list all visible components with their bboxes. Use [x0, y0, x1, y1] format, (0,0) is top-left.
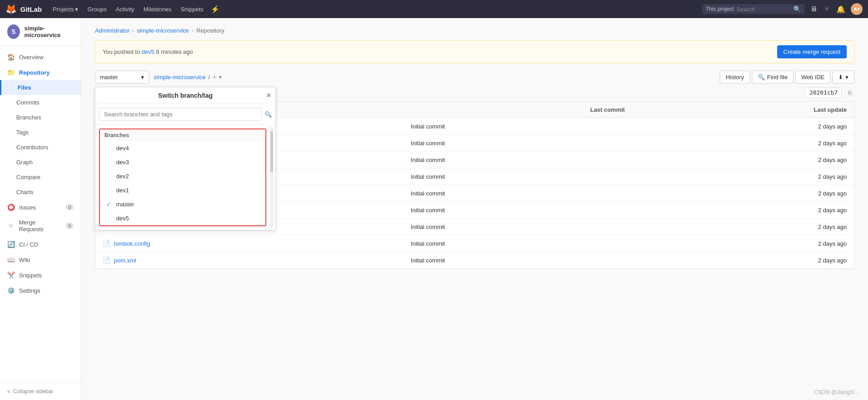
branch-scrollbar-area: Branches dev4 dev3 dev2 — [95, 125, 275, 230]
sidebar-item-issues[interactable]: ⭕ Issues 0 — [0, 200, 81, 215]
col-commit: Last commit — [403, 102, 632, 118]
sidebar-item-label: Branches — [16, 114, 41, 121]
commit-message-cell: Initial commit — [403, 135, 632, 152]
branch-list-main: Branches dev4 dev3 dev2 — [95, 125, 270, 230]
sidebar-item-compare[interactable]: Compare — [0, 170, 81, 185]
sidebar-item-wiki[interactable]: 📖 Wiki — [0, 252, 81, 267]
commit-message-cell: Initial commit — [403, 202, 632, 219]
sidebar-item-label: Issues — [19, 204, 36, 211]
sidebar-item-label: Merge Requests — [19, 219, 61, 233]
commit-message-cell: Initial commit — [403, 252, 632, 269]
avatar[interactable]: A ▾ — [851, 3, 863, 15]
sidebar-project-name[interactable]: simple-microservice — [24, 25, 74, 38]
branch-scrollbar-thumb — [270, 131, 273, 172]
commit-message-cell: Initial commit — [403, 219, 632, 235]
collapse-icon: « — [7, 388, 10, 395]
sidebar-item-charts[interactable]: Charts — [0, 185, 81, 200]
search-icon: 🔍 — [758, 74, 765, 81]
branch-item-dev3[interactable]: dev3 — [100, 155, 265, 169]
breadcrumb-project[interactable]: simple-microservice — [137, 27, 189, 34]
col-update: Last update — [632, 102, 854, 118]
branch-item-dev2[interactable]: dev2 — [100, 169, 265, 183]
check-icon: ✓ — [106, 201, 113, 208]
commit-message-cell: Initial commit — [403, 185, 632, 202]
nav-bell-icon[interactable]: 🔔 — [835, 3, 847, 15]
clone-button[interactable]: ⬇ ▾ — [832, 71, 854, 84]
chevron-down-icon-path: ▾ — [219, 74, 222, 81]
file-name: 📄 lombok.config — [103, 240, 396, 247]
ci-icon: 🔄 — [7, 241, 14, 248]
branch-search-wrap: 🔍 — [95, 104, 275, 125]
branch-item-dev5[interactable]: dev5 — [100, 211, 265, 225]
file-link[interactable]: lombok.config — [114, 240, 150, 247]
sidebar-item-label: Repository — [19, 69, 50, 76]
table-row: 📄 pom.xml Initial commit 2 days ago — [95, 252, 854, 269]
nav-groups[interactable]: Groups — [84, 4, 110, 14]
repo-toolbar: master ▾ simple-microservice / + ▾ Histo… — [95, 71, 854, 84]
nav-milestones[interactable]: Milestones — [140, 4, 175, 14]
nav-monitor-icon[interactable]: 🖥 — [808, 3, 819, 15]
sidebar-item-overview[interactable]: 🏠 Overview — [0, 49, 81, 65]
path-link[interactable]: simple-microservice — [154, 74, 206, 81]
branch-item-dev4[interactable]: dev4 — [100, 141, 265, 155]
search-scope: This project — [706, 6, 734, 12]
copy-hash-button[interactable]: ⎘ — [845, 88, 854, 98]
last-update-cell: 2 days ago — [632, 168, 854, 185]
sidebar-item-repository[interactable]: 📁 Repository — [0, 65, 81, 80]
last-update-cell: 2 days ago — [632, 202, 854, 219]
sidebar-item-graph[interactable]: Graph — [0, 155, 81, 170]
last-update-cell: 2 days ago — [632, 219, 854, 235]
sidebar-item-branches[interactable]: Branches — [0, 110, 81, 125]
add-file-btn[interactable]: + — [212, 74, 216, 81]
brand[interactable]: 🦊 GitLab — [5, 4, 42, 14]
wiki-icon: 📖 — [7, 256, 14, 263]
merge-badge: 0 — [66, 223, 74, 229]
last-update-cell: 2 days ago — [632, 118, 854, 135]
file-name-cell: 📄 lombok.config — [95, 235, 404, 252]
table-row: 📄 lombok.config Initial commit 2 days ag… — [95, 235, 854, 252]
sidebar-item-label: Overview — [19, 54, 43, 61]
breadcrumb-current: Repository — [196, 27, 224, 34]
breadcrumb-admin[interactable]: Administrator — [95, 27, 130, 34]
sidebar-item-merge-requests[interactable]: ⑂ Merge Requests 0 — [0, 215, 81, 237]
nav-merge-icon[interactable]: ⑂ — [823, 3, 831, 15]
navbar: 🦊 GitLab Projects ▾ Groups Activity Mile… — [0, 0, 868, 18]
history-button[interactable]: History — [720, 71, 750, 84]
overview-icon: 🏠 — [7, 53, 14, 61]
sidebar-item-ci-cd[interactable]: 🔄 CI / CD — [0, 237, 81, 252]
branch-item-master[interactable]: ✓ master — [100, 197, 265, 211]
sidebar-item-settings[interactable]: ⚙️ Settings — [0, 283, 81, 298]
branch-selector[interactable]: master ▾ — [95, 71, 149, 84]
search-wrap: This project 🔍 — [702, 4, 805, 14]
create-merge-request-button[interactable]: Create merge request — [777, 45, 847, 58]
watermark: CSDN @JiangXl... — [814, 389, 859, 395]
nav-plus-icon[interactable]: ⚡ — [209, 3, 222, 15]
branches-label: Branches — [100, 129, 265, 141]
web-ide-button[interactable]: Web IDE — [795, 71, 830, 84]
sidebar-item-label: Settings — [19, 287, 40, 294]
sidebar-item-files[interactable]: Files — [0, 80, 81, 95]
sidebar-item-tags[interactable]: Tags — [0, 125, 81, 140]
commit-message-cell: Initial commit — [403, 152, 632, 168]
sidebar-item-contributors[interactable]: Contributors — [0, 140, 81, 155]
search-input[interactable] — [736, 6, 791, 13]
push-notification: You pushed to dev5 8 minutes ago Create … — [95, 40, 854, 63]
sidebar-collapse[interactable]: « Collapse sidebar — [0, 382, 81, 400]
nav-activity[interactable]: Activity — [112, 4, 138, 14]
nav-projects[interactable]: Projects ▾ — [49, 4, 82, 14]
sidebar-item-commits[interactable]: Commits — [0, 95, 81, 110]
file-link[interactable]: pom.xml — [114, 257, 136, 264]
push-branch-link[interactable]: dev5 — [142, 48, 154, 55]
branch-dropdown-close[interactable]: × — [267, 91, 271, 100]
sidebar-nav: 🏠 Overview 📁 Repository Files Commits Br… — [0, 46, 81, 382]
branch-item-dev1[interactable]: dev1 — [100, 183, 265, 197]
sidebar-header: S simple-microservice — [0, 18, 81, 46]
last-update-cell: 2 days ago — [632, 235, 854, 252]
branch-scrollbar[interactable] — [270, 127, 274, 228]
find-file-button[interactable]: 🔍 Find file — [752, 71, 794, 84]
nav-links: Projects ▾ Groups Activity Milestones Sn… — [49, 3, 222, 15]
sidebar-item-snippets[interactable]: ✂️ Snippets — [0, 267, 81, 283]
branch-search-input[interactable] — [99, 108, 262, 121]
snippets-icon: ✂️ — [7, 271, 14, 279]
nav-snippets[interactable]: Snippets — [177, 4, 207, 14]
